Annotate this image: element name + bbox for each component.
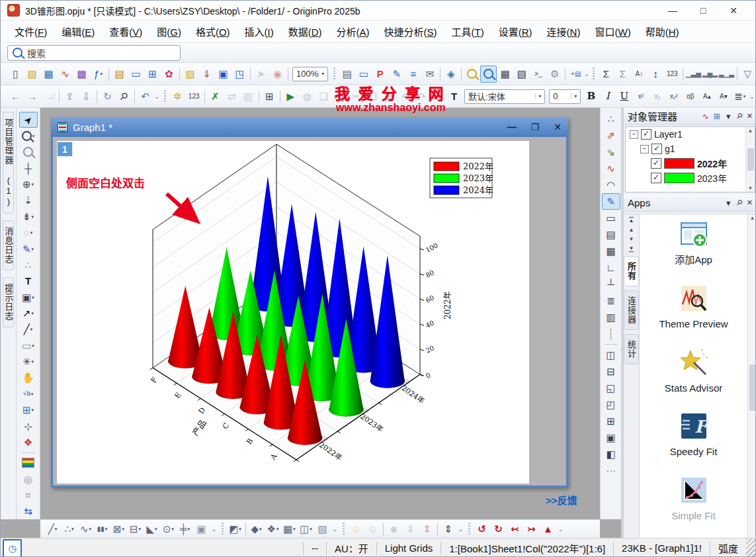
- options-button[interactable]: ⚙: [546, 65, 563, 83]
- polygon-tool[interactable]: ✳▾: [19, 353, 38, 369]
- send-email-button[interactable]: ✉: [421, 65, 438, 83]
- menu-h[interactable]: 帮助(H): [638, 21, 687, 42]
- resize-grip[interactable]: [746, 538, 755, 557]
- new-workbook-button[interactable]: ▦: [40, 65, 57, 83]
- stats-boxchart-button[interactable]: ▃▁▃: [718, 65, 735, 83]
- dock-tab-1[interactable]: 消息日志: [3, 220, 15, 271]
- greek-symbols-button[interactable]: αβ: [682, 88, 698, 105]
- menu-e[interactable]: 编辑(E): [54, 21, 102, 42]
- apps-scroll-up-icon[interactable]: ▲: [750, 215, 755, 221]
- smooth-curve-button[interactable]: ∿: [602, 160, 620, 177]
- menu-t[interactable]: 工具(T): [444, 21, 491, 42]
- chevron-down-icon[interactable]: ▾: [535, 93, 541, 99]
- panel-menu-icon[interactable]: ▼: [725, 112, 732, 120]
- box-plot-button[interactable]: ⊟▾: [127, 521, 144, 538]
- minimize-button[interactable]: —: [657, 5, 688, 16]
- graph-restore-button[interactable]: ❐: [531, 122, 540, 132]
- text-tool[interactable]: T: [19, 273, 38, 289]
- superscript-button[interactable]: x²: [632, 88, 649, 105]
- draw-data-tool[interactable]: ✎▾: [19, 241, 38, 257]
- open-project-button[interactable]: ▨: [182, 65, 198, 83]
- new-graph-button[interactable]: ∿: [57, 65, 73, 83]
- standard-overflow-icon[interactable]: ⌄: [584, 71, 589, 77]
- chevron-down-icon[interactable]: ▾: [71, 527, 74, 531]
- swap-columns-tool[interactable]: ⇆: [19, 503, 38, 519]
- close-button[interactable]: ✕: [718, 5, 749, 16]
- add-frame-button[interactable]: ▭: [602, 210, 620, 226]
- 2d-graphs-overflow-icon[interactable]: ⌄: [210, 526, 218, 533]
- set-column-values-button[interactable]: 123: [664, 65, 681, 83]
- subscript-button[interactable]: x₂: [649, 88, 665, 105]
- contour-plot-button[interactable]: ◫▾: [298, 521, 314, 538]
- line-tool[interactable]: ╱▾: [19, 321, 38, 337]
- script-window-button[interactable]: >_: [530, 65, 546, 83]
- graph-minimize-button[interactable]: —: [507, 122, 517, 132]
- 3d-scatter-plot-button[interactable]: ❖▾: [265, 521, 281, 538]
- import-excel-button[interactable]: ✗: [207, 88, 224, 105]
- web-connector-button[interactable]: ◍: [299, 88, 315, 105]
- chevron-down-icon[interactable]: ▾: [32, 407, 34, 412]
- arrow-tool[interactable]: ↗▾: [19, 305, 38, 321]
- remove-bad-points-button[interactable]: ⇕: [419, 521, 435, 538]
- chevron-down-icon[interactable]: ▾: [293, 527, 296, 531]
- reimport-directly-button[interactable]: ⇩: [78, 88, 95, 105]
- unmask-points-button[interactable]: ☺: [364, 521, 381, 538]
- zoom-level-select[interactable]: 100%▾: [292, 67, 328, 81]
- chevron-down-icon[interactable]: ▾: [89, 527, 92, 531]
- menu-r[interactable]: 设置(R): [491, 21, 540, 42]
- arrange-layers-button[interactable]: ◰: [602, 396, 620, 413]
- clear-navigation-button[interactable]: ↛: [40, 88, 57, 105]
- fit-linear-button[interactable]: ⇗: [602, 127, 620, 144]
- chevron-down-icon[interactable]: ▾: [32, 359, 34, 364]
- chevron-down-icon[interactable]: ▾: [32, 134, 35, 138]
- layer-properties-button[interactable]: ◧: [602, 446, 620, 462]
- legend[interactable]: 2022年2023年2024年: [430, 158, 493, 198]
- multi-panel-plot-button[interactable]: ⊠▾: [110, 521, 127, 538]
- add-plot-to-layer-button[interactable]: ∴: [602, 110, 620, 127]
- print-button[interactable]: ▤: [339, 65, 355, 83]
- rotation-overflow-icon[interactable]: ⌄: [556, 526, 565, 533]
- chevron-down-icon[interactable]: ▾: [743, 94, 746, 99]
- mask-range-tool[interactable]: ◌▾: [19, 225, 38, 241]
- line-symbol-plot-button[interactable]: ∿▾: [77, 521, 94, 538]
- sum-column-button[interactable]: Σ: [614, 65, 631, 83]
- extract-layers-button[interactable]: ◱: [602, 380, 620, 396]
- menu-f[interactable]: 文件(F): [7, 21, 54, 42]
- layer-grid-button[interactable]: ▤: [602, 226, 620, 243]
- data-filter-button[interactable]: ▽: [739, 65, 756, 83]
- add-colormap-button[interactable]: ▣: [602, 429, 620, 446]
- format-worksheet-button[interactable]: ▧: [513, 65, 530, 83]
- chevron-down-icon[interactable]: ▾: [32, 295, 34, 300]
- chevron-down-icon[interactable]: ▾: [32, 247, 34, 251]
- reset-rotation-button[interactable]: ▲: [540, 521, 556, 538]
- feedback-link[interactable]: >>反馈: [546, 493, 577, 507]
- new-layout-button[interactable]: ▭: [128, 65, 144, 83]
- show-axes-button[interactable]: ┴: [602, 276, 620, 292]
- apps-tab-连接器[interactable]: 连接器: [624, 290, 639, 330]
- screen-reader-tool[interactable]: ┼: [19, 160, 38, 176]
- new-notes-button[interactable]: ▤: [111, 65, 128, 83]
- app-item-stats-advisor[interactable]: Stats Advisor: [648, 348, 740, 395]
- 3d-wireframe-plot-button[interactable]: ▦▾: [281, 521, 298, 538]
- search-input[interactable]: 搜索: [7, 45, 181, 61]
- chevron-down-icon[interactable]: ▾: [310, 527, 312, 531]
- layout-strips-button[interactable]: ≡: [405, 65, 421, 83]
- append-import-button[interactable]: ⇪: [62, 88, 78, 105]
- chevron-down-icon[interactable]: ▾: [32, 343, 34, 348]
- menu-w[interactable]: 窗口(W): [587, 21, 638, 42]
- toolbar-grip[interactable]: [222, 523, 224, 536]
- interpolate-button[interactable]: ◠: [602, 177, 620, 193]
- duplicate-graph-button[interactable]: ⊞: [144, 65, 161, 83]
- add-new-columns-button[interactable]: +▤: [567, 65, 584, 83]
- sort-az-button[interactable]: A↕: [631, 65, 648, 83]
- refresh-book-button[interactable]: ↻: [99, 88, 116, 105]
- italic-button[interactable]: I: [599, 88, 616, 105]
- rotate-cw-button[interactable]: ↻: [490, 521, 507, 538]
- menu-g[interactable]: 图(G): [149, 21, 189, 42]
- app-item-speedy-fit[interactable]: FSpeedy Fit: [648, 411, 740, 458]
- format-object-button[interactable]: T: [446, 88, 462, 105]
- zoom-out-tool[interactable]: [19, 144, 38, 160]
- polar-plot-button[interactable]: ⊙▾: [160, 521, 177, 538]
- tree-row-2023年[interactable]: ✓2023年: [626, 171, 755, 185]
- tilt-right-button[interactable]: ↣: [523, 521, 540, 538]
